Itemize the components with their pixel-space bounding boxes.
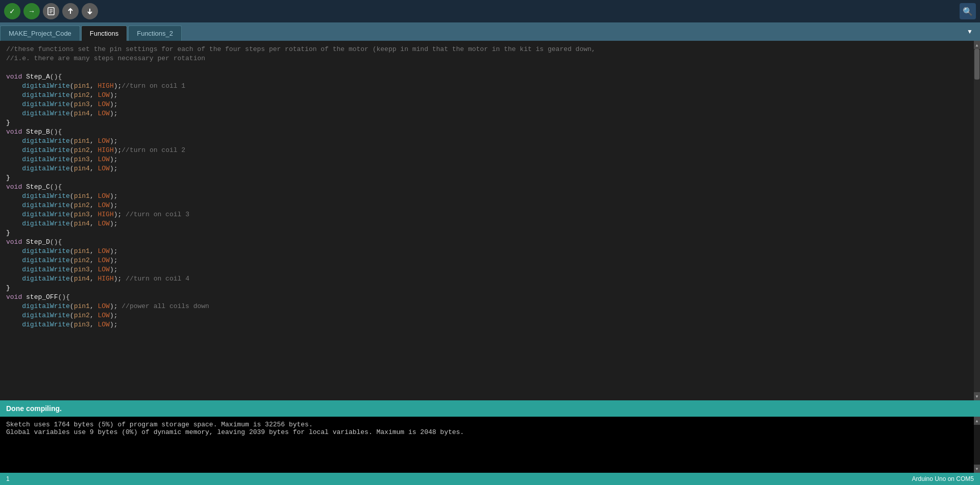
search-button[interactable]: 🔍 [960,3,976,19]
line-number: 1 [6,475,10,482]
toolbar: ✓ → 🔍 [0,0,980,22]
tab-make-project-code[interactable]: MAKE_Project_Code [0,25,80,41]
new-button[interactable] [43,3,59,19]
compile-status-bar: Done compiling. [0,400,980,417]
scrollbar-thumb[interactable] [974,49,979,80]
console-output[interactable]: Sketch uses 1764 bytes (5%) of program s… [0,417,980,473]
console-scroll-down[interactable]: ▼ [974,465,980,473]
bottom-status-bar: 1 Arduino Uno on COM5 [0,473,980,485]
verify-button[interactable]: ✓ [4,3,20,19]
compile-status-text: Done compiling. [6,404,62,413]
tab-functions[interactable]: Functions [81,25,127,41]
tabs-dropdown-button[interactable]: ▼ [964,25,976,38]
editor-scrollbar[interactable]: ▲ ▼ [974,41,980,400]
upload-button[interactable]: → [23,3,40,19]
console-scrollbar[interactable]: ▲ ▼ [974,417,980,473]
board-info: Arduino Uno on COM5 [912,475,974,482]
tab-functions-2[interactable]: Functions_2 [128,25,182,41]
console-line-1: Sketch uses 1764 bytes (5%) of program s… [6,421,313,428]
save-button[interactable] [82,3,98,19]
console-line-2: Global variables use 9 bytes (0%) of dyn… [6,428,464,436]
tabs-bar: MAKE_Project_Code Functions Functions_2 … [0,22,980,41]
scroll-up-arrow[interactable]: ▲ [974,41,980,49]
code-area[interactable]: //these functions set the pin settings f… [0,41,974,400]
scrollbar-track[interactable] [974,49,980,392]
code-editor: //these functions set the pin settings f… [0,41,980,400]
open-button[interactable] [62,3,79,19]
console-scroll-up[interactable]: ▲ [974,417,980,425]
scroll-down-arrow[interactable]: ▼ [974,392,980,400]
